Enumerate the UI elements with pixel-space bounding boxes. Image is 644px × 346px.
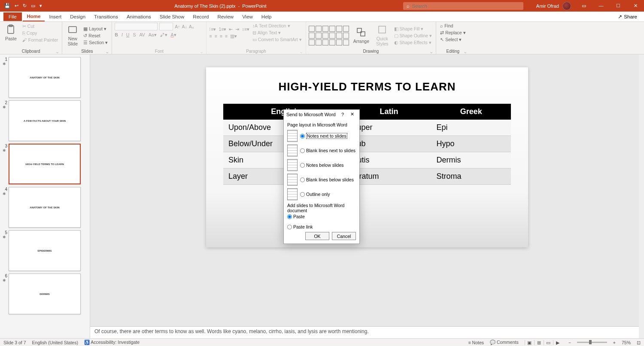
tab-file[interactable]: File — [3, 12, 22, 21]
user-name[interactable]: Amir Ofrad — [536, 3, 559, 9]
radio-blank-below[interactable]: Blank lines below slides — [300, 177, 354, 182]
share-button[interactable]: ↗ Share — [614, 14, 641, 20]
search-input[interactable] — [412, 3, 520, 9]
shape-outline-button[interactable]: ▢Shape Outline▾ — [393, 33, 434, 39]
radio-paste-link[interactable]: Paste link — [287, 224, 356, 229]
sorter-view-icon[interactable]: ⊞ — [534, 340, 544, 345]
smartart-button[interactable]: ▭Convert to SmartArt▾ — [251, 36, 303, 42]
language-indicator[interactable]: English (United States) — [32, 340, 78, 345]
indent-more-icon[interactable]: ⇥ — [235, 27, 239, 32]
zoom-out-icon[interactable]: − — [568, 340, 571, 345]
zoom-level[interactable]: 75% — [622, 340, 631, 345]
tab-insert[interactable]: Insert — [45, 12, 66, 21]
slide-indicator[interactable]: Slide 3 of 7 — [3, 340, 26, 345]
bold-button[interactable]: B — [115, 32, 118, 37]
shrink-font-icon[interactable]: A↓ — [182, 24, 187, 29]
ribbon-display-icon[interactable]: ▭ — [575, 3, 592, 9]
slide-thumbnail[interactable]: 1✱ ANATOMY OF THE SKIN — [3, 57, 88, 98]
minimize-icon[interactable]: — — [592, 3, 610, 9]
slide-thumbnail[interactable]: 6✱ DERMIS — [3, 274, 88, 314]
notes-pane[interactable]: Of course, there are other terms to know… — [90, 326, 639, 338]
justify-icon[interactable]: ≡ — [225, 33, 228, 39]
thumbnails-scrollbar[interactable] — [85, 54, 90, 338]
shadow-button[interactable]: AV — [139, 32, 145, 37]
radio-blank-next[interactable]: Blank lines next to slides — [300, 148, 355, 153]
redo-icon[interactable]: ↻ — [23, 3, 27, 9]
slide[interactable]: HIGH-YIELD TERMS TO LEARN EnglishLatinGr… — [206, 67, 528, 247]
indent-less-icon[interactable]: ⇤ — [229, 27, 233, 32]
text-direction-button[interactable]: ↕AText Direction▾ — [251, 23, 303, 29]
reset-button[interactable]: ↺Reset — [82, 33, 109, 39]
case-button[interactable]: Aa▾ — [149, 32, 157, 37]
tab-transitions[interactable]: Transitions — [90, 12, 122, 21]
zoom-in-icon[interactable]: + — [613, 340, 616, 345]
undo-icon[interactable]: ↩ — [15, 3, 18, 9]
slide-thumbnail[interactable]: 2✱ A FEW FACTS ABOUT YOUR SKIN — [3, 100, 88, 141]
tab-slideshow[interactable]: Slide Show — [155, 12, 189, 21]
cancel-button[interactable]: Cancel — [332, 232, 356, 240]
line-spacing-icon[interactable]: ↕≡▾ — [242, 27, 249, 32]
highlight-button[interactable]: 🖍▾ — [160, 32, 167, 37]
bullets-button[interactable]: ⁝≡▾ — [209, 27, 216, 32]
shape-effects-button[interactable]: ◐Shape Effects▾ — [393, 39, 434, 45]
tab-help[interactable]: Help — [257, 12, 276, 21]
slideshow-view-icon[interactable]: ▶ — [553, 340, 562, 345]
tab-review[interactable]: Review — [213, 12, 238, 21]
accessibility-indicator[interactable]: ♿ Accessibility: Investigate — [84, 340, 140, 345]
tab-design[interactable]: Design — [66, 12, 90, 21]
format-painter-button[interactable]: 🖌Format Painter — [21, 37, 59, 43]
tab-record[interactable]: Record — [188, 12, 213, 21]
align-left-icon[interactable]: ≡ — [209, 33, 212, 39]
shape-fill-button[interactable]: ◧Shape Fill▾ — [393, 26, 434, 32]
help-icon[interactable]: ? — [338, 112, 347, 117]
present-icon[interactable]: ▭ — [31, 3, 35, 9]
quick-styles-button[interactable]: Quick Styles — [374, 23, 391, 48]
grow-font-icon[interactable]: A↑ — [175, 24, 180, 29]
shape-gallery[interactable] — [309, 26, 349, 45]
align-text-button[interactable]: ⊟Align Text▾ — [251, 30, 303, 36]
columns-icon[interactable]: ▥▾ — [230, 33, 237, 39]
tab-view[interactable]: View — [238, 12, 257, 21]
paste-button[interactable]: Paste — [3, 23, 19, 43]
font-size-combo[interactable] — [159, 23, 173, 30]
ok-button[interactable]: OK — [305, 232, 329, 240]
select-button[interactable]: ↖Select▾ — [439, 36, 467, 42]
close-icon[interactable]: ✕ — [627, 3, 644, 9]
align-right-icon[interactable]: ≡ — [220, 33, 222, 39]
close-icon[interactable]: ✕ — [347, 111, 357, 117]
slide-thumbnail[interactable]: 3✱ HIGH-YIELD TERMS TO LEARN — [3, 144, 88, 184]
slide-thumbnail[interactable]: 4✱ ANATOMY OF THE SKIN — [3, 187, 88, 228]
numbering-button[interactable]: 1≡▾ — [219, 27, 226, 32]
qat-more-icon[interactable]: ▾ — [39, 3, 42, 9]
zoom-slider[interactable] — [577, 342, 607, 343]
tab-home[interactable]: Home — [23, 12, 45, 21]
radio-notes-below[interactable]: Notes below slides — [300, 162, 344, 168]
new-slide-button[interactable]: New Slide — [65, 23, 80, 48]
fit-to-window-icon[interactable]: ⊡ — [637, 340, 641, 345]
search-box[interactable]: ⌕ — [403, 2, 523, 10]
radio-notes-next[interactable]: Notes next to slides — [300, 133, 347, 139]
save-icon[interactable]: 💾 — [4, 3, 10, 9]
layout-button[interactable]: ▦Layout▾ — [82, 26, 109, 32]
align-center-icon[interactable]: ≡ — [214, 33, 217, 39]
radio-paste[interactable]: Paste — [287, 214, 356, 219]
arrange-button[interactable]: Arrange — [351, 25, 372, 45]
copy-button[interactable]: ⎘Copy — [21, 30, 59, 36]
radio-outline[interactable]: Outline only — [300, 192, 330, 197]
comments-toggle[interactable]: 💬 Comments — [490, 340, 519, 345]
reading-view-icon[interactable]: ▭ — [544, 340, 553, 345]
canvas-scrollbar[interactable] — [639, 54, 644, 338]
underline-button[interactable]: U — [126, 32, 130, 37]
tab-animations[interactable]: Animations — [122, 12, 155, 21]
font-color-button[interactable]: A▾ — [171, 32, 176, 37]
italic-button[interactable]: I — [122, 32, 123, 37]
replace-button[interactable]: ⇄Replace▾ — [439, 30, 467, 36]
cut-button[interactable]: ✂Cut — [21, 23, 59, 29]
avatar[interactable] — [562, 2, 571, 10]
maximize-icon[interactable]: ☐ — [610, 3, 627, 9]
normal-view-icon[interactable]: ▣ — [525, 340, 534, 345]
slide-thumbnail[interactable]: 5✱ EPIDERMIS — [3, 230, 88, 271]
font-family-combo[interactable] — [115, 23, 158, 30]
clear-format-icon[interactable]: Aₓ — [189, 24, 194, 29]
section-button[interactable]: ☰Section▾ — [82, 39, 109, 45]
